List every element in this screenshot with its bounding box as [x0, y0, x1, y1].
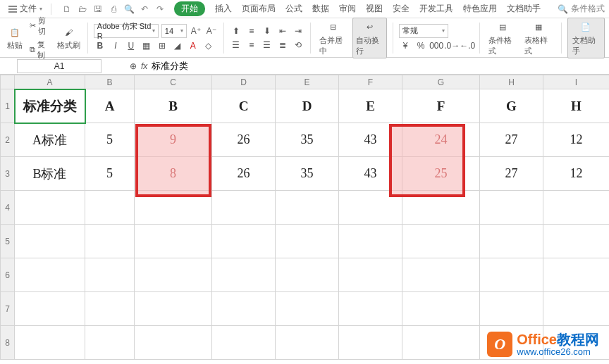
indent-dec-button[interactable]: ⇤	[276, 25, 289, 37]
cell[interactable]	[543, 225, 610, 258]
row-header[interactable]: 3	[1, 157, 15, 191]
cell[interactable]	[480, 191, 543, 225]
cell[interactable]	[276, 191, 339, 225]
col-header[interactable]: G	[402, 75, 480, 89]
cell[interactable]	[15, 326, 85, 360]
comma-button[interactable]: 000	[430, 39, 443, 52]
cell[interactable]: E	[339, 89, 402, 123]
paste-button[interactable]: 📋 粘贴	[4, 25, 25, 51]
cell[interactable]	[543, 292, 610, 326]
cell[interactable]: A标准	[15, 123, 85, 157]
conditional-format-button[interactable]: ▤ 条件格式	[486, 20, 519, 56]
cell[interactable]	[15, 225, 85, 258]
menubar-right[interactable]: 🔍 条件格式	[558, 3, 605, 15]
cell[interactable]: 25	[402, 157, 480, 191]
autowrap-button[interactable]: ↩ 自动换行	[352, 18, 387, 58]
col-header[interactable]: H	[480, 75, 543, 89]
cell[interactable]: 43	[339, 123, 402, 157]
cell[interactable]	[276, 225, 339, 258]
name-box[interactable]: A1	[17, 59, 102, 73]
row-header[interactable]: 1	[1, 89, 15, 123]
cell[interactable]	[135, 191, 212, 225]
undo-icon[interactable]: ↶	[139, 4, 150, 15]
fill-color-button[interactable]: ◢	[171, 39, 184, 52]
bold-button[interactable]: B	[94, 39, 106, 52]
cell[interactable]: H	[543, 89, 610, 123]
align-left-button[interactable]: ☰	[230, 39, 242, 51]
percent-button[interactable]: %	[414, 39, 427, 52]
cell[interactable]: 43	[339, 157, 402, 191]
redo-icon[interactable]: ↷	[154, 4, 166, 15]
align-middle-button[interactable]: ≡	[245, 25, 258, 37]
cell[interactable]	[135, 292, 212, 326]
tab-security[interactable]: 安全	[393, 3, 410, 15]
cell[interactable]	[85, 258, 135, 292]
cell[interactable]	[339, 225, 402, 258]
cell[interactable]	[15, 191, 85, 225]
border-button[interactable]: ▦	[140, 39, 153, 52]
number-format-select[interactable]: 常规▾	[399, 24, 448, 38]
tab-doc-helper[interactable]: 文档助手	[507, 3, 541, 15]
cell[interactable]	[402, 326, 480, 360]
cut-button[interactable]: ✂剪切	[28, 15, 52, 37]
cell[interactable]	[339, 258, 402, 292]
cell[interactable]	[480, 292, 543, 326]
row-header[interactable]: 6	[1, 258, 15, 292]
cell[interactable]	[85, 225, 135, 258]
indent-inc-button[interactable]: ⇥	[292, 25, 304, 37]
cell[interactable]: 26	[212, 123, 276, 157]
cell[interactable]	[15, 258, 85, 292]
cell[interactable]	[276, 258, 339, 292]
row-header[interactable]: 4	[1, 191, 15, 225]
tab-review[interactable]: 审阅	[339, 3, 356, 15]
tab-devtools[interactable]: 开发工具	[419, 3, 453, 15]
col-header[interactable]: C	[135, 75, 212, 89]
inc-decimal-button[interactable]: .0→	[445, 39, 458, 52]
cell[interactable]: 27	[480, 123, 543, 157]
cell[interactable]	[85, 292, 135, 326]
cell[interactable]: D	[276, 89, 339, 123]
cell[interactable]	[402, 191, 480, 225]
cell[interactable]: G	[480, 89, 543, 123]
justify-button[interactable]: ≣	[276, 39, 289, 51]
cell[interactable]	[212, 191, 276, 225]
row-header[interactable]: 5	[1, 225, 15, 258]
print-preview-icon[interactable]: 🔍	[123, 4, 135, 15]
cell[interactable]: C	[212, 89, 276, 123]
cell[interactable]	[339, 326, 402, 360]
doc-assistant-button[interactable]: 📄 文档助手	[567, 18, 605, 58]
copy-button[interactable]: ⧉复制	[28, 39, 52, 61]
row-header[interactable]: 2	[1, 123, 15, 157]
cell[interactable]: 26	[212, 157, 276, 191]
cell[interactable]	[402, 225, 480, 258]
cell[interactable]	[276, 292, 339, 326]
cell[interactable]	[135, 326, 212, 360]
cell[interactable]: 5	[85, 123, 135, 157]
cell[interactable]	[212, 225, 276, 258]
cell[interactable]: 35	[276, 123, 339, 157]
tab-formula[interactable]: 公式	[285, 3, 302, 15]
cell[interactable]	[85, 326, 135, 360]
print-icon[interactable]: ⎙	[108, 4, 119, 15]
cell[interactable]: 标准分类	[15, 89, 85, 123]
increase-font-button[interactable]: A⁺	[190, 25, 202, 37]
open-icon[interactable]: 🗁	[77, 4, 88, 15]
cell[interactable]	[135, 225, 212, 258]
tab-page-layout[interactable]: 页面布局	[242, 3, 276, 15]
cell[interactable]	[543, 191, 610, 225]
table-style-button[interactable]: ▦ 表格样式	[522, 20, 555, 56]
cell[interactable]: 24	[402, 123, 480, 157]
cell[interactable]	[212, 258, 276, 292]
cell[interactable]: 12	[543, 157, 610, 191]
select-all-corner[interactable]	[1, 75, 15, 89]
orientation-button[interactable]: ⟲	[292, 39, 304, 51]
dec-decimal-button[interactable]: ←.0	[461, 39, 474, 52]
col-header[interactable]: E	[276, 75, 339, 89]
cell[interactable]: 9	[135, 123, 212, 157]
formula-input[interactable]	[152, 61, 363, 71]
cell[interactable]: A	[85, 89, 135, 123]
clear-format-button[interactable]: ◇	[202, 39, 215, 52]
new-icon[interactable]: 🗋	[61, 4, 73, 15]
align-bottom-button[interactable]: ⬇	[261, 25, 273, 37]
row-header[interactable]: 7	[1, 292, 15, 326]
